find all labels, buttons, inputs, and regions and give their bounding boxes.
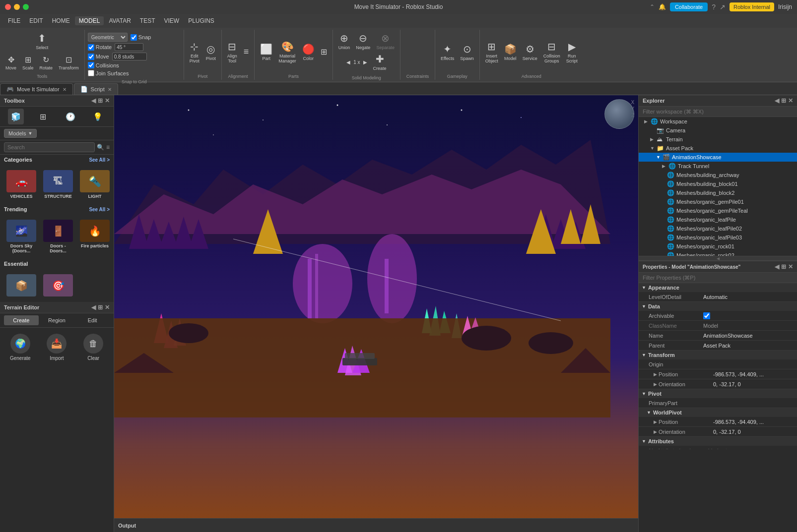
tree-item-camera[interactable]: 📷 Camera (639, 126, 797, 135)
prop-primary-part[interactable]: PrimaryPart (639, 398, 797, 408)
align-extra-tool[interactable]: ≡ (241, 45, 252, 59)
separate-tool[interactable]: ⊗ Separate (374, 31, 397, 52)
panel-collapse-handle[interactable]: ◀ (639, 256, 797, 261)
menu-plugins[interactable]: PLUGINS (184, 16, 218, 25)
menu-edit[interactable]: EDIT (25, 16, 47, 25)
move-checkbox[interactable] (88, 54, 94, 60)
tree-item-mesh-block01[interactable]: 🌐 Meshes/building_block01 (639, 179, 797, 188)
scale-tool[interactable]: ⊞ Scale (20, 54, 36, 72)
track-tunnel-arrow[interactable]: ▶ (662, 164, 667, 169)
pivot-tool[interactable]: ◎ Pivot (203, 42, 218, 62)
world-pivot-section[interactable]: ▼ WorldPivot (639, 408, 797, 417)
prop-worldpivot-position[interactable]: ▶ Position -986.573, -94.409, ... (639, 417, 797, 427)
category-light[interactable]: 🔦 LIGHT (77, 167, 112, 202)
properties-close-icon[interactable]: ✕ (788, 263, 793, 270)
tree-item-mesh-leafpile[interactable]: 🌐 Meshes/organic_leafPile (639, 215, 797, 224)
explorer-expand-icon[interactable]: ⊞ (781, 97, 786, 104)
terrain-nav-create[interactable]: Create (4, 315, 39, 325)
terrain-clear-tool[interactable]: 🗑 Clear (77, 334, 110, 361)
category-structure[interactable]: 🏗 STRUCTURE (41, 167, 75, 202)
extra-parts-tool[interactable]: ⊞ (318, 46, 330, 58)
tree-item-mesh-rock02[interactable]: 🌐 Meshes/organic_rock02 (639, 251, 797, 256)
tree-item-mesh-gempile-teal[interactable]: 🌐 Meshes/organic_gemPileTeal (639, 206, 797, 215)
properties-filter-input[interactable] (643, 275, 793, 281)
categories-see-all[interactable]: See All > (89, 157, 110, 163)
prop-level-of-detail[interactable]: LevelOfDetail Automatic (639, 292, 797, 302)
prop-parent[interactable]: Parent Asset Pack (639, 341, 797, 351)
prop-origin[interactable]: Origin (639, 359, 797, 369)
menu-model[interactable]: MODEL (75, 16, 104, 25)
essential-item-2[interactable]: 🎯 (41, 271, 75, 300)
share-icon[interactable]: ↗ (720, 3, 726, 11)
terrain-import-tool[interactable]: 📥 Import (41, 334, 73, 361)
tab-close-script[interactable]: ✕ (108, 87, 112, 92)
tree-item-mesh-leafpile03[interactable]: 🌐 Meshes/organic_leafPile03 (639, 233, 797, 242)
bell-icon[interactable]: 🔔 (659, 3, 666, 10)
menu-test[interactable]: TEST (136, 16, 159, 25)
pivot-section[interactable]: ▼ Pivot (639, 389, 797, 398)
data-section[interactable]: ▼ Data (639, 302, 797, 311)
tree-item-mesh-leafpile02[interactable]: 🌐 Meshes/organic_leafPile02 (639, 224, 797, 233)
maximize-button[interactable] (23, 4, 29, 10)
color-tool[interactable]: 🔴 Color (300, 42, 317, 62)
prop-orientation[interactable]: ▶ Orientation 0, -32.17, 0 (639, 379, 797, 389)
terrain-nav-region[interactable]: Region (40, 315, 74, 325)
toolbox-collapse-icon[interactable]: ◀ (91, 97, 96, 104)
menu-home[interactable]: HOME (48, 16, 74, 25)
terrain-generate-tool[interactable]: 🌍 Generate (4, 334, 37, 361)
prop-position[interactable]: ▶ Position -986.573, -94.409, ... (639, 369, 797, 379)
asset-pack-arrow[interactable]: ▼ (650, 146, 655, 151)
terrain-nav-edit[interactable]: Edit (75, 315, 110, 325)
align-tool[interactable]: ⊟ AlignTool (225, 39, 240, 65)
essential-item-1[interactable]: 📦 (4, 271, 39, 300)
model-tool[interactable]: 📦 Model (502, 42, 519, 62)
tree-item-asset-pack[interactable]: ▼ 📁 Asset Pack (639, 144, 797, 153)
tree-item-animation-showcase[interactable]: ▼ 🎬 AnimationShowcase (639, 153, 797, 162)
tree-item-mesh-block2[interactable]: 🌐 Meshes/building_block2 (639, 188, 797, 197)
toolbox-nav-grid[interactable]: ⊞ (35, 109, 51, 124)
snap-checkbox[interactable] (131, 34, 137, 41)
menu-avatar[interactable]: AVATAR (105, 16, 134, 25)
rotate-toolbar-tool[interactable]: ↻ Rotate (37, 54, 56, 72)
effects-tool[interactable]: ✦ Effects (438, 42, 457, 62)
appearance-section[interactable]: ▼ Appearance (639, 283, 797, 292)
tree-item-workspace[interactable]: ▶ 🌐 Workspace (639, 117, 797, 126)
trending-doors-sky[interactable]: 🌌 Doors Sky (Doors... (4, 216, 39, 257)
tree-item-mesh-archway[interactable]: 🌐 Meshes/building_archway (639, 171, 797, 179)
spawn-tool[interactable]: ⊙ Spawn (458, 42, 476, 62)
terrain-arrow[interactable]: ▶ (650, 137, 655, 142)
minimize-button[interactable] (14, 4, 20, 10)
tab-close-move-it[interactable]: ✕ (63, 87, 66, 92)
rotate-checkbox[interactable] (88, 44, 94, 51)
trending-doors[interactable]: 🚪 Doors - Doors... (41, 216, 75, 257)
trending-see-all[interactable]: See All > (89, 207, 110, 212)
run-script-tool[interactable]: ▶ RunScript (564, 39, 580, 65)
transform-section[interactable]: ▼ Transform (639, 351, 797, 359)
explorer-tree[interactable]: ▶ 🌐 Workspace 📷 Camera ▶ ⛰ Terrain (639, 117, 797, 256)
join-surfaces-checkbox[interactable] (88, 70, 94, 76)
help-icon[interactable]: ? (712, 3, 716, 11)
workspace-arrow[interactable]: ▶ (644, 119, 649, 124)
tree-item-track-tunnel[interactable]: ▶ 🌐 Track Tunnel (639, 162, 797, 171)
insert-object-tool[interactable]: ⊞ InsertObject (483, 39, 501, 65)
filter-icon[interactable]: ≡ (106, 144, 110, 151)
union-tool[interactable]: ⊕ Union (336, 31, 353, 52)
trending-fire[interactable]: 🔥 Fire particles (77, 216, 112, 257)
select-tool[interactable]: ⬆ Select (33, 31, 51, 52)
arrow-up-icon[interactable]: ⌃ (650, 3, 655, 10)
attributes-section[interactable]: ▼ Attributes (639, 437, 797, 446)
prop-worldpivot-orientation[interactable]: ▶ Orientation 0, -32.17, 0 (639, 427, 797, 437)
collision-groups-tool[interactable]: ⊟ CollisionGroups (541, 39, 563, 65)
terrain-collapse-icon[interactable]: ◀ (91, 304, 96, 311)
tab-move-it-simulator[interactable]: 🎮 Move It Simulator ✕ (0, 83, 73, 95)
properties-expand-icon[interactable]: ⊞ (781, 263, 786, 270)
category-vehicles[interactable]: 🚗 VEHICLES (4, 167, 39, 202)
part-tool[interactable]: ⬜ Part (258, 42, 275, 62)
move-tool[interactable]: ✥ Move (3, 54, 19, 72)
menu-view[interactable]: VIEW (160, 16, 184, 25)
toolbox-close-icon[interactable]: ✕ (105, 97, 110, 104)
edit-pivot-tool[interactable]: ⊹ EditPivot (187, 39, 202, 65)
terrain-expand-icon[interactable]: ⊞ (98, 304, 103, 311)
models-dropdown[interactable]: Models ▼ (4, 129, 37, 138)
animation-showcase-arrow[interactable]: ▼ (656, 155, 661, 160)
